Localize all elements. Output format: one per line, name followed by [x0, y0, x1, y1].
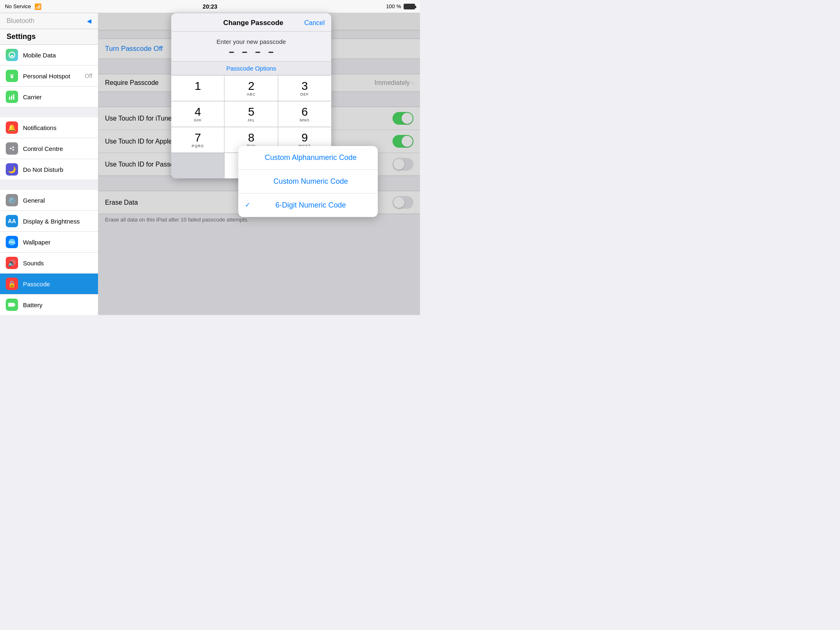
numpad-letters-4: GHI [194, 118, 202, 122]
sidebar-item-label-dnd: Do Not Disturb [23, 166, 63, 173]
numpad-row-2: 4 GHI 5 JKL 6 MNO [171, 101, 331, 127]
sidebar-gap-1 [0, 107, 98, 117]
sidebar-item-sounds[interactable]: 🔊 Sounds [0, 253, 98, 274]
sidebar-section-system: 🔔 Notifications Control Centre 🌙 Do Not … [0, 117, 98, 180]
numpad-key-7[interactable]: 7 PQRS [171, 127, 225, 153]
sidebar-item-control-centre[interactable]: Control Centre [0, 138, 98, 159]
sounds-icon: 🔊 [6, 257, 18, 269]
numpad-letters-3: DEF [300, 92, 309, 96]
signal-label: No Service [5, 3, 31, 9]
passcode-dots [171, 52, 331, 59]
sidebar-item-label-hotspot: Personal Hotspot [23, 73, 70, 80]
sidebar-gap-2 [0, 180, 98, 190]
sidebar-item-label-general: General [23, 197, 45, 204]
sidebar-item-label-control: Control Centre [23, 145, 63, 152]
sidebar-item-label-battery: Battery [23, 301, 43, 308]
sidebar-item-carrier[interactable]: Carrier [0, 87, 98, 107]
battery-label: 100 % [386, 3, 401, 9]
sidebar-item-label-wallpaper: Wallpaper [23, 239, 50, 246]
status-bar: No Service 📶 20:23 100 % [0, 0, 420, 13]
control-centre-icon [6, 142, 18, 155]
display-icon: AA [6, 215, 18, 227]
numpad-num-9: 9 [301, 132, 308, 144]
numpad-letters-7: PQRS [192, 144, 204, 148]
options-dropdown: ✓ Custom Alphanumeric Code ✓ Custom Nume… [238, 146, 378, 217]
battery-icon [404, 4, 415, 9]
numpad-num-5: 5 [248, 106, 255, 118]
hotspot-icon [6, 70, 18, 82]
sidebar-item-battery[interactable]: Battery [0, 294, 98, 315]
numpad-num-4: 4 [194, 106, 201, 118]
carrier-icon [6, 91, 18, 103]
sidebar-item-display[interactable]: AA Display & Brightness [0, 211, 98, 232]
sidebar-item-label-sounds: Sounds [23, 260, 44, 267]
battery-fill [404, 5, 414, 9]
numpad-letters-5: JKL [247, 118, 255, 122]
passcode-dot-1 [229, 52, 234, 53]
numpad-num-2: 2 [248, 80, 255, 92]
numpad-key-4[interactable]: 4 GHI [171, 101, 225, 127]
passcode-icon: 🔒 [6, 278, 18, 290]
notifications-icon: 🔔 [6, 121, 18, 134]
sidebar-item-notifications[interactable]: 🔔 Notifications [0, 117, 98, 138]
svg-point-5 [10, 148, 11, 149]
numpad-key-6[interactable]: 6 MNO [278, 101, 331, 127]
numpad-num-8: 8 [248, 132, 255, 144]
mobile-data-icon [6, 49, 18, 61]
bluetooth-back[interactable]: ◀ [87, 18, 91, 24]
numpad-letters-6: MNO [300, 118, 310, 122]
numpad-row-1: 1 2 ABC 3 DEF [171, 75, 331, 101]
sidebar-item-label-mobile-data: Mobile Data [23, 52, 56, 59]
general-icon: ⚙️ [6, 194, 18, 206]
passcode-dot-3 [256, 52, 260, 53]
options-item-6digit[interactable]: ✓ 6-Digit Numeric Code [238, 194, 378, 217]
sidebar-item-label-notifications: Notifications [23, 124, 57, 131]
numpad-num-6: 6 [301, 106, 308, 118]
passcode-dialog-cancel[interactable]: Cancel [304, 19, 325, 27]
passcode-dialog-header: Change Passcode Cancel [171, 13, 331, 32]
sidebar: Bluetooth ◀ Settings Mobile Data Persona… [0, 13, 98, 315]
sidebar-title: Settings [7, 32, 36, 41]
numpad-key-1[interactable]: 1 [171, 75, 225, 101]
main-layout: Bluetooth ◀ Settings Mobile Data Persona… [0, 13, 420, 315]
sidebar-section-network: Mobile Data Personal Hotspot Off Carrier [0, 45, 98, 107]
sidebar-item-label-display: Display & Brightness [23, 218, 80, 225]
status-left: No Service 📶 [5, 3, 41, 10]
svg-rect-4 [13, 94, 14, 100]
passcode-dot-4 [269, 52, 274, 53]
wallpaper-icon [6, 236, 18, 248]
sidebar-item-general[interactable]: ⚙️ General [0, 190, 98, 211]
numpad-num-7: 7 [194, 132, 201, 144]
sidebar-item-personal-hotspot[interactable]: Personal Hotspot Off [0, 66, 98, 87]
passcode-prompt: Enter your new passcode [171, 32, 331, 52]
numpad-num-3: 3 [301, 80, 308, 92]
svg-rect-10 [9, 304, 14, 306]
numpad-key-2[interactable]: 2 ABC [225, 75, 278, 101]
bluetooth-label: Bluetooth [7, 17, 34, 25]
svg-point-7 [12, 149, 14, 151]
sidebar-item-wallpaper[interactable]: Wallpaper [0, 232, 98, 253]
dnd-icon: 🌙 [6, 163, 18, 176]
svg-rect-3 [11, 96, 12, 100]
numpad-key-3[interactable]: 3 DEF [278, 75, 331, 101]
sidebar-section-preferences: ⚙️ General AA Display & Brightness Wallp… [0, 190, 98, 315]
battery-sidebar-icon [6, 299, 18, 311]
svg-rect-2 [9, 97, 10, 100]
options-item-alphanumeric[interactable]: ✓ Custom Alphanumeric Code [238, 146, 378, 170]
numpad-num-1: 1 [194, 80, 201, 92]
wifi-icon: 📶 [34, 3, 41, 10]
passcode-dot-2 [242, 52, 247, 53]
passcode-options-link[interactable]: Passcode Options [171, 61, 331, 75]
options-item-numeric[interactable]: ✓ Custom Numeric Code [238, 170, 378, 194]
numpad-letters-2: ABC [247, 92, 256, 96]
sidebar-item-label-carrier: Carrier [23, 94, 42, 100]
sidebar-item-dnd[interactable]: 🌙 Do Not Disturb [0, 159, 98, 180]
sidebar-item-label-passcode: Passcode [23, 281, 50, 288]
sidebar-item-mobile-data[interactable]: Mobile Data [0, 45, 98, 66]
sidebar-item-passcode[interactable]: 🔒 Passcode [0, 274, 98, 294]
sidebar-header: Bluetooth ◀ [0, 13, 98, 29]
numpad-key-5[interactable]: 5 JKL [225, 101, 278, 127]
numpad-key-empty [171, 153, 225, 178]
sixdigit-check: ✓ [245, 201, 250, 209]
numpad-letters-1 [197, 92, 199, 96]
